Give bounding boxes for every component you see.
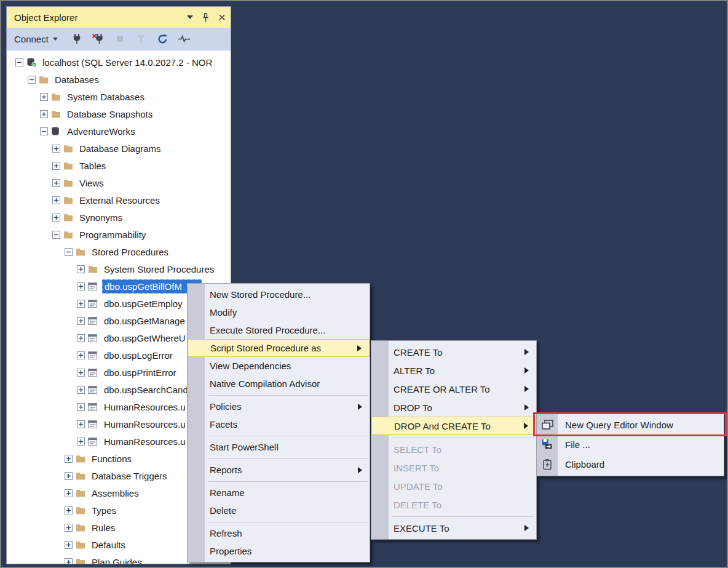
expander-plus-icon[interactable] bbox=[52, 179, 60, 187]
menu-item-execute-stored-procedure[interactable]: Execute Stored Procedure... bbox=[188, 321, 370, 339]
tree-item-system-databases[interactable]: System Databases bbox=[7, 88, 231, 105]
tree-item-stored-procedures[interactable]: Stored Procedures bbox=[7, 243, 231, 260]
tree-item-tables[interactable]: Tables bbox=[7, 157, 231, 174]
menu-item-label: DELETE To bbox=[394, 500, 531, 510]
tree-item-database-snapshots[interactable]: Database Snapshots bbox=[7, 105, 231, 122]
menu-item-label: Start PowerShell bbox=[210, 442, 365, 452]
expander-plus-icon[interactable] bbox=[77, 351, 85, 359]
menu-item-create-to[interactable]: CREATE To bbox=[371, 343, 536, 361]
expander-plus-icon[interactable] bbox=[77, 300, 85, 308]
expander-minus-icon[interactable] bbox=[28, 76, 36, 84]
connect-plug-icon[interactable] bbox=[70, 31, 84, 46]
tree-item-databases[interactable]: Databases bbox=[7, 71, 231, 88]
menu-item-start-powershell[interactable]: Start PowerShell bbox=[188, 438, 370, 456]
menu-item-refresh[interactable]: Refresh bbox=[188, 524, 370, 542]
menu-item-drop-to[interactable]: DROP To bbox=[371, 398, 536, 417]
tree-item-database-diagrams[interactable]: Database Diagrams bbox=[7, 140, 231, 157]
menu-item-label: SELECT To bbox=[394, 444, 531, 455]
activity-monitor-icon[interactable] bbox=[178, 31, 191, 46]
menu-item-clipboard[interactable]: Clipboard bbox=[537, 454, 724, 474]
menu-item-native-compilation-advisor[interactable]: Native Compilation Advisor bbox=[188, 375, 370, 393]
tree-item-programmability[interactable]: Programmability bbox=[7, 226, 231, 243]
expander-plus-icon[interactable] bbox=[77, 317, 85, 325]
expander-plus-icon[interactable] bbox=[52, 214, 60, 222]
menu-item-alter-to[interactable]: ALTER To bbox=[371, 361, 536, 380]
tree-item-label: Programmability bbox=[77, 228, 148, 241]
menu-item-new-stored-procedure[interactable]: New Stored Procedure... bbox=[188, 286, 370, 303]
expander-plus-icon[interactable] bbox=[65, 472, 73, 480]
menu-item-label: ALTER To bbox=[394, 366, 524, 376]
tree-item-adventureworks[interactable]: AdventureWorks bbox=[7, 122, 231, 140]
refresh-icon[interactable] bbox=[156, 31, 170, 46]
expander-plus-icon[interactable] bbox=[77, 386, 85, 394]
expander-plus-icon[interactable] bbox=[65, 506, 73, 514]
proc-icon bbox=[88, 367, 98, 377]
tree-item-label: Plan Guides bbox=[90, 556, 144, 564]
menu-item-create-or-alter-to[interactable]: CREATE OR ALTER To bbox=[371, 380, 536, 398]
tree-item-external-resources[interactable]: External Resources bbox=[7, 191, 231, 209]
submenu-arrow-icon bbox=[524, 367, 529, 374]
menu-item-script-stored-procedure-as[interactable]: Script Stored Procedure as bbox=[188, 339, 370, 357]
menu-item-delete[interactable]: Delete bbox=[188, 502, 370, 519]
disconnect-plug-icon[interactable] bbox=[92, 31, 105, 46]
menu-item-label: Native Compilation Advisor bbox=[210, 378, 365, 389]
expander-minus-icon[interactable] bbox=[65, 248, 73, 256]
expander-plus-icon[interactable] bbox=[77, 334, 85, 342]
expander-plus-icon[interactable] bbox=[77, 369, 85, 377]
tree-item-views[interactable]: Views bbox=[7, 174, 231, 191]
folder-icon bbox=[63, 178, 74, 188]
expander-plus-icon[interactable] bbox=[65, 489, 73, 497]
expander-plus-icon[interactable] bbox=[77, 282, 85, 290]
tree-item-label: System Databases bbox=[65, 90, 146, 103]
tree-item-system-stored-procedures[interactable]: System Stored Procedures bbox=[7, 260, 231, 278]
window-position-caret-icon[interactable] bbox=[187, 15, 193, 19]
expander-plus-icon[interactable] bbox=[52, 196, 60, 204]
menu-item-label: Refresh bbox=[210, 528, 365, 538]
filter-icon bbox=[135, 31, 148, 46]
database-icon bbox=[51, 126, 61, 136]
expander-plus-icon[interactable] bbox=[77, 438, 85, 446]
menu-item-view-dependencies[interactable]: View Dependencies bbox=[188, 357, 370, 375]
expander-plus-icon[interactable] bbox=[77, 420, 85, 428]
expander-plus-icon[interactable] bbox=[65, 541, 73, 549]
expander-plus-icon[interactable] bbox=[52, 145, 60, 153]
connect-button[interactable]: Connect bbox=[12, 33, 60, 46]
close-icon[interactable]: × bbox=[218, 12, 226, 22]
expander-plus-icon[interactable] bbox=[65, 455, 73, 463]
menu-separator bbox=[188, 433, 370, 438]
menu-item-policies[interactable]: Policies bbox=[188, 398, 370, 415]
menu-item-new-query-editor-window[interactable]: New Query Editor Window bbox=[537, 415, 724, 434]
menu-item-file[interactable]: File ... bbox=[537, 434, 724, 454]
menu-item-facets[interactable]: Facets bbox=[188, 415, 370, 433]
menu-item-label: Script Stored Procedure as bbox=[210, 343, 357, 353]
expander-plus-icon[interactable] bbox=[40, 110, 48, 118]
tree-item-synonyms[interactable]: Synonyms bbox=[7, 209, 231, 226]
tree-item-label: System Stored Procedures bbox=[102, 263, 216, 276]
expander-plus-icon[interactable] bbox=[40, 93, 48, 101]
menu-item-execute-to[interactable]: EXECUTE To bbox=[371, 519, 536, 537]
expander-plus-icon[interactable] bbox=[52, 162, 60, 170]
expander-minus-icon[interactable] bbox=[40, 127, 48, 135]
menu-item-properties[interactable]: Properties bbox=[188, 542, 370, 560]
menu-item-label: View Dependencies bbox=[210, 361, 365, 371]
expander-plus-icon[interactable] bbox=[65, 558, 73, 564]
folder-icon bbox=[76, 540, 86, 550]
expander-minus-icon[interactable] bbox=[15, 58, 23, 66]
menu-item-drop-and-create-to[interactable]: DROP And CREATE To bbox=[371, 417, 536, 435]
tree-item-localhost-sql-server-14-0-2027-2-nor[interactable]: localhost (SQL Server 14.0.2027.2 - NOR bbox=[7, 54, 231, 71]
menu-separator bbox=[371, 514, 536, 519]
menu-item-modify[interactable]: Modify bbox=[188, 303, 370, 321]
pin-icon[interactable] bbox=[202, 13, 210, 22]
folder-icon bbox=[88, 264, 98, 274]
folder-icon bbox=[51, 92, 61, 102]
object-explorer-toolbar: Connect bbox=[7, 28, 231, 50]
menu-item-label: Rename bbox=[210, 487, 365, 498]
object-explorer-titlebar[interactable]: Object Explorer × bbox=[7, 7, 231, 28]
menu-item-reports[interactable]: Reports bbox=[188, 461, 370, 479]
folder-icon bbox=[76, 247, 86, 257]
expander-plus-icon[interactable] bbox=[65, 524, 73, 532]
expander-plus-icon[interactable] bbox=[77, 265, 85, 273]
expander-minus-icon[interactable] bbox=[52, 231, 60, 239]
expander-plus-icon[interactable] bbox=[77, 403, 85, 411]
menu-item-rename[interactable]: Rename bbox=[188, 484, 370, 502]
